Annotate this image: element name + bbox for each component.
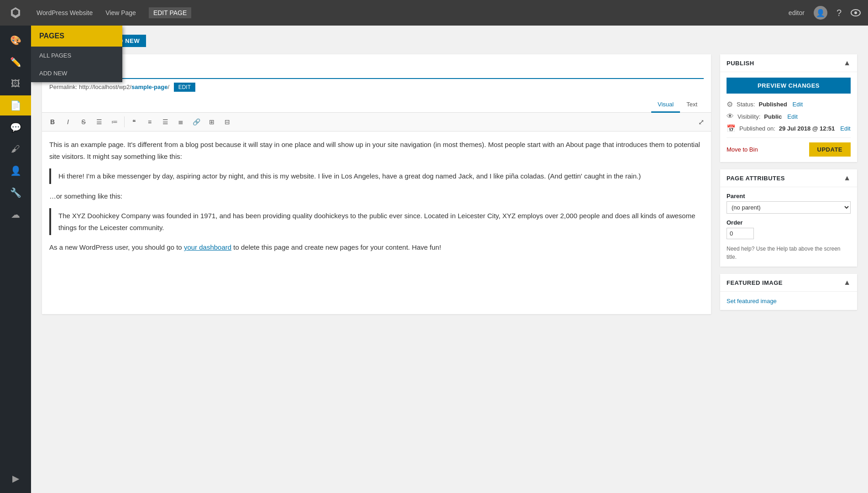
editor-area: Permalink: http://localhost/wp2/sample-p… <box>42 54 711 314</box>
svg-point-1 <box>854 11 857 14</box>
publish-actions: Move to Bin UPDATE <box>727 137 851 157</box>
toolbar-table[interactable]: ⊞ <box>205 115 219 128</box>
preview-icon[interactable] <box>851 9 861 17</box>
menu-comments[interactable]: 💬 <box>0 117 31 137</box>
status-label: Status: <box>737 101 755 108</box>
toolbar-align-left[interactable]: ≡ <box>143 115 157 128</box>
toolbar-more[interactable]: ⊟ <box>220 115 234 128</box>
status-row: ⚙ Status: Published Edit <box>727 100 851 109</box>
menu-pages[interactable]: 📄 <box>0 95 31 115</box>
featured-image-title: FEATURED IMAGE <box>727 279 783 286</box>
featured-image-metabox: FEATURED IMAGE ▲ Set featured image <box>720 274 857 310</box>
pages-submenu: PAGES ALL PAGES ADD NEW <box>31 26 122 82</box>
toolbar-ordered-list[interactable]: ≔ <box>108 115 121 128</box>
page-attributes-title: PAGE ATTRIBUTES <box>727 175 785 182</box>
parent-select[interactable]: (no parent) <box>727 201 851 214</box>
right-sidebar: PUBLISH ▲ PREVIEW CHANGES ⚙ Status: Publ… <box>720 54 857 317</box>
editor-content[interactable]: This is an example page. It's different … <box>42 131 711 314</box>
tab-visual[interactable]: Visual <box>651 97 680 113</box>
editor-title-area <box>42 54 711 79</box>
admin-bar: WordPress Website View Page EDIT PAGE ed… <box>0 0 868 26</box>
nav-edit-page[interactable]: EDIT PAGE <box>149 7 191 18</box>
settings-icon: ☁ <box>11 209 20 220</box>
set-featured-image-link[interactable]: Set featured image <box>727 298 777 304</box>
publish-metabox-header: PUBLISH ▲ <box>720 54 857 72</box>
toolbar-strikethrough[interactable]: S <box>77 115 90 128</box>
content-paragraph-1: This is an example page. It's different … <box>49 139 704 162</box>
status-icon: ⚙ <box>727 100 733 109</box>
toolbar-link[interactable]: 🔗 <box>189 115 203 128</box>
toolbar-blockquote[interactable]: ❝ <box>127 115 141 128</box>
editor-toolbar: B I S ☰ ≔ ❝ ≡ ☰ ≣ 🔗 ⊞ ⊟ ⤢ <box>42 113 711 131</box>
order-input[interactable] <box>727 228 754 239</box>
tools-icon: 🔧 <box>10 187 21 198</box>
parent-label: Parent <box>727 193 851 199</box>
nav-view-page[interactable]: View Page <box>105 9 136 16</box>
content-blockquote-2: The XYZ Doohickey Company was founded in… <box>49 208 704 235</box>
menu-appearance[interactable]: 🖌 <box>0 139 31 159</box>
page-title-input[interactable] <box>49 62 704 79</box>
featured-image-toggle[interactable]: ▲ <box>843 278 851 287</box>
toolbar-expand[interactable]: ⤢ <box>695 115 707 128</box>
content-paragraph-3: As a new WordPress user, you should go t… <box>49 241 704 253</box>
toolbar-align-right[interactable]: ≣ <box>174 115 188 128</box>
permalink-base: http://localhost/wp2/ <box>79 84 131 90</box>
tab-text[interactable]: Text <box>680 97 704 113</box>
edit-permalink-button[interactable]: EDIT <box>174 83 195 92</box>
page-attributes-body: Parent (no parent) Order Need help? Use … <box>720 187 857 267</box>
permalink-slug[interactable]: sample-page <box>131 84 167 90</box>
visibility-value: Public <box>764 113 782 120</box>
parent-row: Parent (no parent) <box>727 193 851 214</box>
comments-icon: 💬 <box>10 122 21 133</box>
page-attributes-toggle[interactable]: ▲ <box>843 174 851 182</box>
order-row: Order <box>727 219 851 239</box>
update-button[interactable]: UPDATE <box>809 142 851 157</box>
toolbar-italic[interactable]: I <box>61 115 75 128</box>
publish-title: PUBLISH <box>727 60 754 67</box>
featured-image-body: Set featured image <box>720 292 857 310</box>
avatar[interactable]: 👤 <box>814 6 827 20</box>
submenu-pages-header[interactable]: PAGES <box>31 26 122 47</box>
dashboard-icon: 🎨 <box>10 35 21 46</box>
published-label: Published on: <box>739 125 775 132</box>
preview-changes-button[interactable]: PREVIEW CHANGES <box>727 78 851 94</box>
toolbar-unordered-list[interactable]: ☰ <box>92 115 106 128</box>
nav-wordpress-website[interactable]: WordPress Website <box>37 9 93 16</box>
media-icon: 🖼 <box>11 79 20 89</box>
submenu-add-new[interactable]: ADD NEW <box>31 64 122 82</box>
content-paragraph-2: …or something like this: <box>49 190 704 202</box>
play-icon: ▶ <box>12 473 19 484</box>
visibility-label: Visibility: <box>737 113 760 120</box>
menu-settings[interactable]: ☁ <box>0 205 31 225</box>
visibility-edit-link[interactable]: Edit <box>787 113 797 120</box>
admin-menu: 🎨 ✏️ 🖼 📄 💬 🖌 👤 🔧 ☁ ▶ <box>0 26 31 493</box>
main-content: EDIT PAGE ADD NEW Permalink: http://loca… <box>31 26 868 493</box>
menu-dashboard[interactable]: 🎨 <box>0 30 31 50</box>
dashboard-link[interactable]: your dashboard <box>184 243 231 251</box>
site-logo[interactable] <box>7 5 24 21</box>
toolbar-align-center[interactable]: ☰ <box>158 115 172 128</box>
visibility-icon: 👁 <box>727 112 734 121</box>
page-attributes-metabox: PAGE ATTRIBUTES ▲ Parent (no parent) Ord… <box>720 169 857 267</box>
menu-tools[interactable]: 🔧 <box>0 183 31 203</box>
appearance-icon: 🖌 <box>11 144 20 154</box>
toolbar-bold[interactable]: B <box>46 115 59 128</box>
editor-label: editor <box>789 9 805 16</box>
publish-metabox-body: PREVIEW CHANGES ⚙ Status: Published Edit… <box>720 72 857 162</box>
menu-play[interactable]: ▶ <box>0 468 31 488</box>
adminbar-right: editor 👤 ? <box>789 6 861 20</box>
featured-image-header: FEATURED IMAGE ▲ <box>720 274 857 292</box>
move-to-bin-link[interactable]: Move to Bin <box>727 146 758 153</box>
pages-icon: 📄 <box>10 100 21 111</box>
status-value: Published <box>758 101 787 108</box>
menu-posts[interactable]: ✏️ <box>0 52 31 72</box>
status-edit-link[interactable]: Edit <box>793 101 803 108</box>
submenu-all-pages[interactable]: ALL PAGES <box>31 47 122 64</box>
help-icon[interactable]: ? <box>837 8 842 18</box>
publish-toggle[interactable]: ▲ <box>843 59 851 67</box>
help-text: Need help? Use the Help tab above the sc… <box>727 245 851 261</box>
page-header: EDIT PAGE ADD NEW <box>42 35 857 47</box>
menu-users[interactable]: 👤 <box>0 161 31 181</box>
published-edit-link[interactable]: Edit <box>840 125 850 132</box>
menu-media[interactable]: 🖼 <box>0 74 31 94</box>
